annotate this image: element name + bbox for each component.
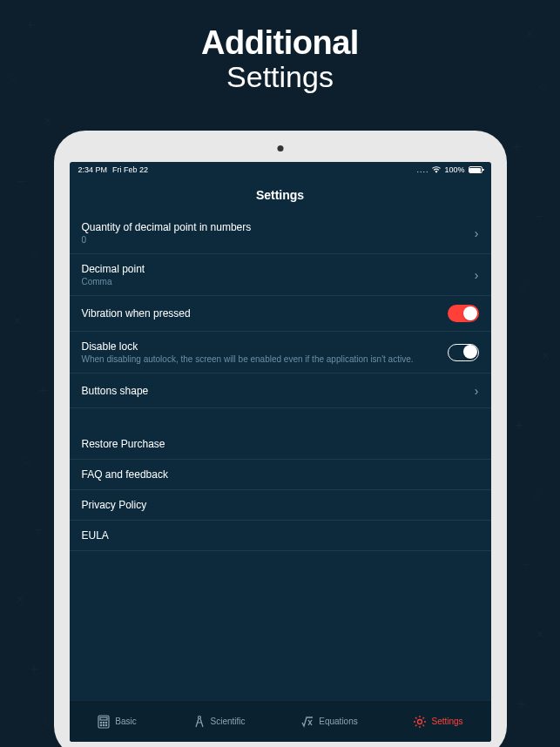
svg-point-5 bbox=[101, 724, 102, 725]
tab-label: Equations bbox=[319, 717, 357, 726]
page-header: Additional Settings bbox=[0, 0, 560, 94]
svg-point-9 bbox=[418, 719, 422, 723]
svg-point-6 bbox=[104, 724, 105, 725]
row-disable-lock: Disable lock When disabling autolock, th… bbox=[70, 332, 491, 374]
svg-point-8 bbox=[198, 716, 200, 718]
row-label: Vibration when pressed bbox=[82, 307, 448, 320]
chevron-right-icon: › bbox=[475, 226, 479, 240]
tab-equations[interactable]: Equations bbox=[300, 715, 357, 729]
svg-point-4 bbox=[106, 722, 107, 723]
status-time: 2:34 PM bbox=[78, 165, 108, 174]
status-bar: 2:34 PM Fri Feb 22 .... 100% bbox=[70, 162, 491, 178]
disable-lock-toggle[interactable] bbox=[448, 344, 479, 361]
row-vibration: Vibration when pressed bbox=[70, 296, 491, 332]
row-label: Quantity of decimal point in numbers bbox=[82, 221, 475, 233]
tab-bar: Basic Scientific Equations bbox=[70, 700, 491, 742]
row-eula[interactable]: EULA bbox=[70, 521, 491, 551]
header-title-bold: Additional bbox=[0, 24, 560, 62]
tablet-frame: 2:34 PM Fri Feb 22 .... 100% Settings Qu… bbox=[54, 131, 507, 747]
tab-scientific[interactable]: Scientific bbox=[192, 715, 246, 729]
row-privacy-policy[interactable]: Privacy Policy bbox=[70, 490, 491, 521]
row-value: Comma bbox=[82, 277, 475, 286]
sqrt-icon bbox=[300, 715, 314, 729]
status-battery-text: 100% bbox=[444, 165, 464, 174]
tab-label: Settings bbox=[431, 717, 462, 726]
row-label: Disable lock bbox=[82, 340, 448, 353]
camera-dot bbox=[277, 145, 283, 151]
tab-basic[interactable]: Basic bbox=[97, 715, 136, 729]
vibration-toggle[interactable] bbox=[448, 305, 479, 322]
svg-rect-1 bbox=[100, 717, 107, 720]
row-decimal-quantity[interactable]: Quantity of decimal point in numbers 0 › bbox=[70, 212, 491, 254]
row-faq[interactable]: FAQ and feedback bbox=[70, 460, 491, 490]
tab-label: Basic bbox=[115, 717, 136, 726]
settings-content: Quantity of decimal point in numbers 0 ›… bbox=[70, 212, 491, 700]
status-dots: .... bbox=[416, 165, 428, 174]
row-label: Buttons shape bbox=[82, 385, 475, 397]
chevron-right-icon: › bbox=[475, 268, 479, 282]
row-label: Decimal point bbox=[82, 263, 475, 275]
row-restore-purchase[interactable]: Restore Purchase bbox=[70, 429, 491, 460]
calculator-basic-icon bbox=[97, 715, 111, 729]
svg-point-2 bbox=[101, 722, 102, 723]
gear-icon bbox=[413, 715, 427, 729]
svg-point-3 bbox=[104, 722, 105, 723]
status-date: Fri Feb 22 bbox=[112, 165, 148, 174]
row-decimal-point[interactable]: Decimal point Comma › bbox=[70, 254, 491, 296]
tab-settings[interactable]: Settings bbox=[413, 715, 462, 729]
header-title-thin: Settings bbox=[0, 60, 560, 94]
wifi-icon bbox=[432, 166, 441, 173]
battery-icon bbox=[469, 166, 482, 173]
svg-point-7 bbox=[106, 724, 107, 725]
nav-title: Settings bbox=[70, 178, 491, 212]
row-buttons-shape[interactable]: Buttons shape › bbox=[70, 374, 491, 408]
row-value: 0 bbox=[82, 235, 475, 245]
compass-icon bbox=[192, 715, 206, 729]
chevron-right-icon: › bbox=[475, 384, 479, 398]
device-screen: 2:34 PM Fri Feb 22 .... 100% Settings Qu… bbox=[70, 162, 491, 742]
row-description: When disabling autolock, the screen will… bbox=[82, 354, 448, 364]
tab-label: Scientific bbox=[211, 717, 246, 726]
